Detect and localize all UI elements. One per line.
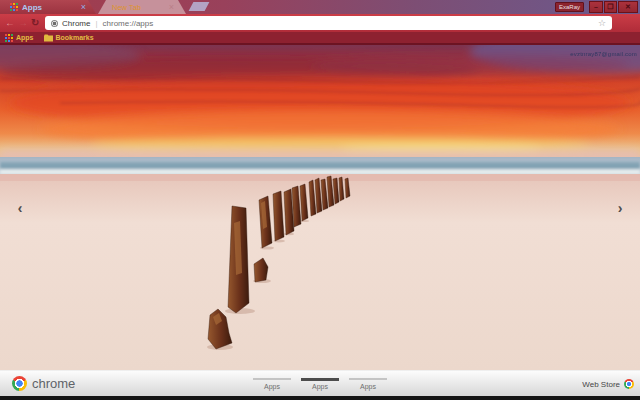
chrome-brand: chrome [12,376,75,391]
apps-grid-icon [10,3,18,11]
omnibox-url: chrome://apps [103,19,154,28]
browser-window: Apps × New Tab × ExaRay – ❐ ✕ ← → ↻ Chro… [0,0,640,400]
pager-item-apps-1[interactable]: Apps [253,378,291,390]
prev-arrow[interactable]: ‹ [13,201,27,217]
bottom-strip [0,396,640,400]
apps-grid-icon [5,34,13,42]
omnibox-site-label: Chrome [62,19,90,28]
watermark-badge: ExaRay [555,2,584,12]
close-button[interactable]: ✕ [618,1,638,13]
bookmarks-bar: Apps Bookmarks [0,32,640,43]
minimize-button[interactable]: – [589,1,603,13]
tab-close-icon[interactable]: × [81,2,86,12]
web-store-link[interactable]: Web Store [582,379,634,389]
bookmark-star-icon[interactable]: ☆ [598,19,606,28]
omnibox-divider: | [95,19,97,28]
maximize-button[interactable]: ❐ [604,1,617,13]
tab-new-tab[interactable]: New Tab × [98,0,186,14]
pager-indicator [301,378,339,381]
web-store-label: Web Store [582,380,620,389]
tab-strip: Apps × New Tab × ExaRay – ❐ ✕ [0,0,640,14]
bookmark-label: Apps [16,34,34,41]
pager-indicator [349,378,387,380]
tab-close-icon[interactable]: × [169,2,174,12]
omnibox[interactable]: Chrome | chrome://apps ☆ [45,16,612,30]
chrome-site-icon [51,20,58,27]
web-store-icon [624,379,634,389]
back-icon[interactable]: ← [5,16,15,30]
chrome-wordmark: chrome [32,376,75,391]
bookmark-label: Bookmarks [56,34,94,41]
tab-apps[interactable]: Apps × [0,0,96,14]
beach-sunset-illustration [0,45,640,370]
tab-new-tab-label: New Tab [112,3,141,12]
bookmark-item-apps[interactable]: Apps [5,34,34,42]
pager-item-apps-3[interactable]: Apps [349,378,387,390]
watermark-email: evztnray87@gmail.com [570,51,637,57]
pager-item-apps-2[interactable]: Apps [301,378,339,390]
theme-preview-image: evztnray87@gmail.com ‹ › [0,45,640,370]
bookmark-item-bookmarks[interactable]: Bookmarks [44,34,94,42]
reload-icon[interactable]: ↻ [31,16,39,30]
tab-apps-label: Apps [22,3,42,12]
forward-icon[interactable]: → [18,16,28,30]
folder-icon [44,34,53,42]
new-tab-button[interactable] [189,2,210,11]
footer-bar: chrome Apps Apps Apps Web Store [0,370,640,396]
page-switcher: Apps Apps Apps [253,378,387,390]
chrome-logo-icon [12,376,27,391]
toolbar: ← → ↻ Chrome | chrome://apps ☆ [0,14,640,32]
next-arrow[interactable]: › [613,201,627,217]
pager-indicator [253,378,291,380]
